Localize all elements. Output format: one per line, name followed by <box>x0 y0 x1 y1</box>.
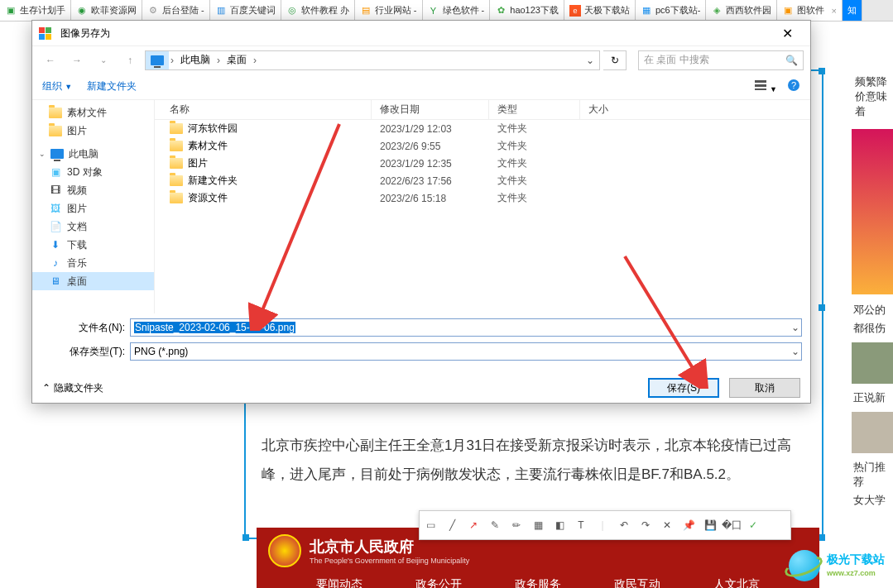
browser-tab[interactable]: ▤行业网站 - <box>355 0 423 21</box>
tree-item[interactable]: 素材文件 <box>32 103 154 122</box>
dialog-titlebar[interactable]: 图像另存为 ✕ <box>32 21 810 45</box>
marker-tool-icon[interactable]: ✏ <box>506 514 527 537</box>
cancel-button[interactable]: 取消 <box>729 378 800 398</box>
gov-nav-item[interactable]: 要闻动态 <box>316 577 362 588</box>
dropdown-icon[interactable]: ⌄ <box>791 346 799 357</box>
site-icon: ▦ <box>641 5 652 17</box>
gov-nav-item[interactable]: 政务服务 <box>515 577 561 588</box>
tree-item[interactable]: ♪音乐 <box>32 254 154 272</box>
thumb-image[interactable] <box>852 342 893 384</box>
dropdown-icon[interactable]: ⌄ <box>791 322 799 333</box>
cancel-snip-icon[interactable]: ✕ <box>656 514 678 537</box>
browser-tab[interactable]: 知 <box>843 0 862 21</box>
search-icon[interactable]: 🔍 <box>785 55 798 66</box>
site-icon: ▤ <box>360 5 372 17</box>
column-header-size[interactable]: 大小 <box>580 100 646 119</box>
browser-tab[interactable]: ▥百度关键词 <box>210 0 281 21</box>
browser-tab[interactable]: ✿hao123下载 <box>490 0 564 21</box>
pen-tool-icon[interactable]: ✎ <box>484 514 506 537</box>
music-icon: ♪ <box>49 257 62 269</box>
browser-tab[interactable]: Y绿色软件 - <box>423 0 491 21</box>
svg-text:?: ? <box>791 80 796 90</box>
confirm-icon[interactable]: ✓ <box>742 514 764 537</box>
view-mode-icon[interactable]: ▼ <box>754 79 777 94</box>
browser-tab[interactable]: e天极下载站 <box>564 0 636 21</box>
back-icon[interactable]: ← <box>39 50 62 70</box>
globe-icon <box>789 550 820 581</box>
dialog-nav-bar: ← → ⌄ ↑ › 此电脑 › 桌面 › ⌄ ↻ 在 桌面 中搜索 🔍 <box>32 45 810 74</box>
folder-icon <box>170 141 183 151</box>
site-icon: ◎ <box>286 5 298 17</box>
thumb-image[interactable] <box>852 412 893 453</box>
search-input[interactable]: 在 桌面 中搜索 🔍 <box>638 50 804 70</box>
tree-item[interactable]: 🎞视频 <box>32 181 154 199</box>
browser-tab[interactable]: ▣生存计划手 <box>0 0 71 21</box>
history-dropdown-icon[interactable]: ⌄ <box>92 50 115 70</box>
arrow-tool-icon[interactable]: ↗ <box>463 514 484 537</box>
close-icon[interactable]: × <box>831 6 836 16</box>
browser-tab[interactable]: ⚙后台登陆 - <box>142 0 210 21</box>
browser-tab[interactable]: ▣图软件× <box>777 0 842 21</box>
sidebar-teaser[interactable]: 邓公的 <box>852 301 893 319</box>
sidebar-teaser[interactable]: 女大学 <box>852 491 893 509</box>
copy-icon[interactable]: �囗 <box>721 514 742 537</box>
eraser-tool-icon[interactable]: ◧ <box>549 514 570 537</box>
breadcrumb-chevron-icon[interactable]: › <box>252 55 258 66</box>
pin-icon[interactable]: 📌 <box>678 514 699 537</box>
annotation-arrow <box>612 248 712 389</box>
help-icon[interactable]: ? <box>787 79 800 94</box>
breadcrumb-chevron-icon[interactable]: › <box>169 55 175 66</box>
svg-rect-0 <box>755 80 766 83</box>
dialog-toolbar: 组织 ▼ 新建文件夹 ▼ ? <box>32 74 810 100</box>
browser-tab-bar: ▣生存计划手 ◉欧菲资源网 ⚙后台登陆 - ▥百度关键词 ◎软件教程 办 ▤行业… <box>0 0 893 22</box>
breadcrumb-item[interactable]: 桌面 <box>222 51 252 69</box>
line-tool-icon[interactable]: ╱ <box>441 514 463 537</box>
desktop-icon: 🖥 <box>49 275 62 287</box>
site-icon: ⚙ <box>147 5 159 17</box>
filetype-label: 保存类型(T): <box>41 345 130 359</box>
hide-folders-toggle[interactable]: ⌃隐藏文件夹 <box>42 381 103 395</box>
picture-icon: 🖼 <box>49 203 62 214</box>
chevron-up-icon: ⌃ <box>42 382 50 394</box>
organize-button[interactable]: 组织 ▼ <box>42 79 72 93</box>
pc-icon <box>50 149 64 159</box>
column-header-date[interactable]: 修改日期 <box>372 100 489 119</box>
breadcrumb-chevron-icon[interactable]: › <box>215 55 222 66</box>
close-button[interactable]: ✕ <box>771 21 804 45</box>
ad-image[interactable] <box>852 129 893 294</box>
new-folder-button[interactable]: 新建文件夹 <box>87 79 137 93</box>
mosaic-tool-icon[interactable]: ▦ <box>527 514 549 537</box>
undo-icon[interactable]: ↶ <box>613 514 635 537</box>
tree-item-thispc[interactable]: ⌄ 此电脑 <box>32 145 154 163</box>
tree-item[interactable]: ⬇下载 <box>32 236 154 254</box>
tree-item-desktop[interactable]: 🖥桌面 <box>32 272 154 290</box>
gov-nav-item[interactable]: 政务公开 <box>415 577 462 588</box>
browser-tab[interactable]: ◎软件教程 办 <box>281 0 355 21</box>
tree-item[interactable]: ▣3D 对象 <box>32 163 154 181</box>
folder-icon <box>170 175 183 186</box>
sidebar-teaser[interactable]: 正说新 <box>852 389 893 407</box>
browser-tab[interactable]: ▦pc6下载站- <box>636 0 706 21</box>
tree-item[interactable]: 📄文档 <box>32 218 154 236</box>
svg-rect-2 <box>755 88 766 90</box>
browser-tab[interactable]: ◈西西软件园 <box>706 0 777 21</box>
rect-tool-icon[interactable]: ▭ <box>420 514 441 537</box>
tree-item[interactable]: 🖼图片 <box>32 199 154 218</box>
breadcrumb-dropdown-icon[interactable]: ⌄ <box>586 55 599 66</box>
text-tool-icon[interactable]: T <box>570 514 592 537</box>
gov-nav-item[interactable]: 人文北京 <box>713 577 760 588</box>
folder-icon <box>170 158 183 169</box>
browser-tab[interactable]: ◉欧菲资源网 <box>71 0 142 21</box>
tree-item[interactable]: 图片 <box>32 122 154 140</box>
redo-icon[interactable]: ↷ <box>635 514 656 537</box>
save-snip-icon[interactable]: 💾 <box>699 514 721 537</box>
column-header-type[interactable]: 类型 <box>489 100 580 119</box>
emblem-icon <box>268 534 301 567</box>
breadcrumb-bar[interactable]: › 此电脑 › 桌面 › ⌄ <box>145 50 600 70</box>
up-icon[interactable]: ↑ <box>118 50 142 70</box>
gov-nav-item[interactable]: 政民互动 <box>614 577 660 588</box>
forward-icon[interactable]: → <box>65 50 89 70</box>
breadcrumb-item[interactable]: 此电脑 <box>175 51 215 69</box>
refresh-button[interactable]: ↻ <box>603 50 627 70</box>
svg-line-6 <box>625 256 695 372</box>
